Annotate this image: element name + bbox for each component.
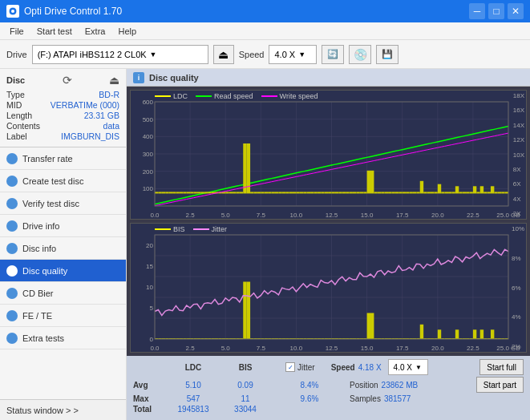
total-label: Total [133, 405, 165, 414]
main-layout: Disc ⟳ ⏏ Type BD-R MID VERBATIMe (000) L… [0, 69, 530, 420]
title-bar: Opti Drive Control 1.70 ─ □ ✕ [0, 0, 530, 22]
disc-length-value: 23.31 GB [84, 111, 119, 120]
disc-disc-label-label: Label [6, 131, 27, 141]
disc-eject-icon[interactable]: ⏏ [109, 74, 119, 87]
minimize-button[interactable]: ─ [469, 3, 485, 19]
menu-extra[interactable]: Extra [79, 25, 112, 38]
toolbar: Drive (F:) ATAPI iHBS112 2 CL0K ▼ ⏏ Spee… [0, 40, 530, 69]
stats-buttons-2: Start part [476, 377, 524, 393]
jitter-checkbox[interactable]: ✓ [285, 362, 295, 372]
samples-value: 381577 [384, 394, 411, 403]
start-part-button[interactable]: Start part [476, 377, 524, 393]
menu-help[interactable]: Help [111, 25, 143, 38]
ldc-chart: LDC Read speed Write speed 18X 16X 14X [130, 90, 527, 220]
bis-avg: 0.09 [221, 381, 269, 390]
drive-label: Drive [6, 50, 27, 59]
sidebar-item-transfer-rate[interactable]: Transfer rate [0, 147, 126, 170]
max-label: Max [133, 394, 165, 403]
ldc-canvas [131, 91, 526, 219]
dq-icon: i [133, 72, 144, 83]
bis-chart: BIS Jitter 10% 8% 6% 4% 2% [130, 223, 527, 353]
fe-te-icon [6, 310, 18, 321]
disc-mid-value: VERBATIMe (000) [51, 100, 119, 110]
close-button[interactable]: ✕ [508, 3, 524, 19]
extra-tests-icon [6, 333, 18, 344]
svg-point-1 [11, 10, 14, 13]
bis-total: 33044 [221, 405, 269, 414]
jitter-label: Jitter [297, 363, 315, 372]
status-window-button[interactable]: Status window > > [0, 399, 126, 420]
eject-button[interactable]: ⏏ [213, 45, 234, 64]
sidebar-item-create-test-disc[interactable]: Create test disc [0, 170, 126, 192]
sidebar-item-verify-test-disc[interactable]: Verify test disc [0, 192, 126, 215]
disc-refresh-icon[interactable]: ⟳ [63, 74, 72, 87]
disc-quality-header: i Disc quality [127, 69, 530, 87]
bis-legend-color [155, 228, 171, 230]
menu-file[interactable]: File [3, 25, 30, 38]
cd-bier-icon [6, 288, 18, 299]
sidebar-item-fe-te[interactable]: FE / TE [0, 305, 126, 327]
stats-buttons: Start full [479, 359, 524, 375]
disc-type-row: Type BD-R [6, 90, 119, 99]
speed-col-header: Speed [331, 363, 355, 372]
maximize-button[interactable]: □ [488, 3, 504, 19]
sidebar-item-extra-tests[interactable]: Extra tests [0, 327, 126, 349]
ldc-header: LDC [165, 363, 221, 372]
jitter-legend-item: Jitter [193, 225, 228, 233]
drive-info-icon [6, 220, 18, 232]
disc-contents-row: Contents data [6, 121, 119, 131]
app-icon [6, 5, 19, 18]
sidebar-item-drive-info[interactable]: Drive info [0, 215, 126, 237]
bis-canvas [131, 224, 526, 352]
window-controls: ─ □ ✕ [469, 3, 524, 19]
menu-bar: File Start test Extra Help [0, 22, 530, 40]
drive-select[interactable]: (F:) ATAPI iHBS112 2 CL0K ▼ [32, 45, 208, 64]
speed-label: Speed [239, 50, 265, 59]
sidebar-item-disc-info[interactable]: Disc info [0, 237, 126, 260]
refresh-button[interactable]: 🔄 [322, 45, 344, 64]
disc-type-value: BD-R [99, 90, 119, 99]
content-area: i Disc quality LDC Read speed [127, 69, 530, 420]
menu-start-test[interactable]: Start test [30, 25, 79, 38]
ldc-total: 1945813 [165, 405, 221, 414]
save-button[interactable]: 💾 [376, 45, 399, 64]
disc-contents-label: Contents [6, 121, 40, 131]
verify-test-disc-icon [6, 198, 18, 209]
app-title: Opti Drive Control 1.70 [24, 6, 469, 17]
ldc-max: 547 [165, 394, 221, 403]
sidebar-item-cd-bier[interactable]: CD Bier [0, 282, 126, 305]
start-full-button[interactable]: Start full [479, 359, 524, 375]
disc-mid-row: MID VERBATIMe (000) [6, 100, 119, 110]
chart2-legend: BIS Jitter [155, 225, 227, 233]
samples-label: Samples [350, 394, 381, 403]
avg-label: Avg [133, 381, 165, 390]
speed-select[interactable]: 4.0 X ▼ [269, 45, 317, 64]
bis-legend-item: BIS [155, 225, 185, 233]
sidebar: Disc ⟳ ⏏ Type BD-R MID VERBATIMe (000) L… [0, 69, 127, 420]
disc-mid-label: MID [6, 100, 22, 110]
write-speed-legend-color [261, 95, 277, 97]
jitter-max: 9.6% [285, 394, 334, 403]
charts-area: LDC Read speed Write speed 18X 16X 14X [127, 87, 530, 356]
disc-info-icon [6, 243, 18, 254]
bis-max: 11 [221, 394, 269, 403]
read-speed-legend-color [196, 95, 212, 97]
disc-quality-icon [6, 265, 18, 277]
disc-contents-value: data [103, 121, 119, 131]
bis-header: BIS [221, 363, 269, 372]
disc-button[interactable]: 💿 [349, 45, 371, 64]
sidebar-item-disc-quality[interactable]: Disc quality [0, 260, 126, 282]
sidebar-nav: Transfer rate Create test disc Verify te… [0, 147, 126, 399]
disc-length-label: Length [6, 111, 32, 120]
disc-info-panel: Disc ⟳ ⏏ Type BD-R MID VERBATIMe (000) L… [0, 69, 126, 147]
disc-section-label: Disc [6, 75, 25, 85]
transfer-rate-icon [6, 153, 18, 164]
jitter-avg: 8.4% [285, 381, 334, 390]
create-test-disc-icon [6, 176, 18, 187]
jitter-legend-color [193, 228, 209, 230]
chart1-legend: LDC Read speed Write speed [155, 92, 318, 100]
position-value: 23862 MB [382, 381, 419, 390]
ldc-legend-color [155, 95, 171, 97]
speed-result-select[interactable]: 4.0 X ▼ [388, 359, 428, 375]
disc-disc-label-value: IMGBURN_DIS [61, 131, 119, 141]
